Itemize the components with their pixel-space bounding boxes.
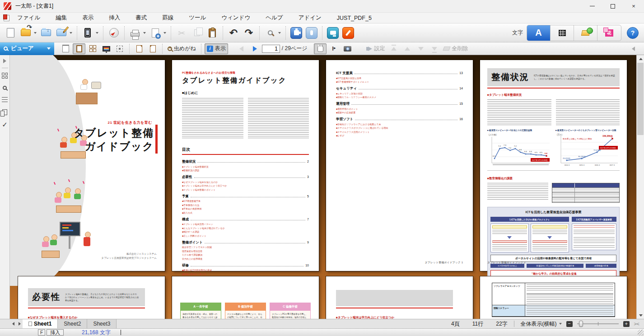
menu-tools[interactable]: ツール — [181, 13, 214, 23]
open-button[interactable] — [18, 25, 33, 41]
maximize-button[interactable] — [602, 0, 623, 12]
document-canvas[interactable]: 21 世紀を生きる力を育む タブレット整備 ガイドブック 株式会社ジャストシステ… — [10, 55, 644, 319]
addon-button[interactable] — [289, 25, 304, 41]
fit-view-button[interactable] — [113, 43, 126, 54]
marker-settings-button[interactable]: 設定 — [361, 43, 387, 54]
jump-first-button[interactable] — [387, 43, 400, 54]
jump-up-button[interactable] — [401, 43, 414, 54]
svg-text:6.6: 6.6 — [524, 150, 527, 153]
search-panel-icon[interactable] — [3, 86, 7, 90]
voice-input-button[interactable] — [304, 25, 319, 41]
next-page-button[interactable] — [249, 43, 261, 54]
save-as-dropdown-arrow[interactable] — [70, 32, 72, 34]
outline-panel-icon[interactable] — [2, 97, 8, 102]
insert-mode-button[interactable]: 挿入 — [47, 329, 64, 336]
delete-all-markers-button[interactable]: 全削除 — [442, 43, 470, 54]
shape-mode-button[interactable] — [574, 25, 597, 41]
sheet-tab-2[interactable]: Sheet2 — [58, 319, 87, 329]
minimize-button[interactable] — [582, 0, 602, 12]
help-button[interactable]: ? — [627, 27, 639, 39]
menu-just-pdf5[interactable]: JUST_PDF_5 — [329, 13, 379, 23]
menu-window[interactable]: ウィンドウ — [214, 13, 258, 23]
jump-down-button[interactable] — [415, 43, 427, 54]
zoom-mode-dropdown-arrow[interactable] — [559, 323, 562, 325]
zoom-in-button[interactable]: ＋ — [623, 321, 630, 327]
document-system-icon[interactable] — [4, 15, 9, 21]
text-view-button[interactable] — [59, 43, 72, 54]
resize-grip[interactable] — [638, 330, 644, 336]
previous-page-button[interactable] — [235, 43, 248, 54]
cut-button[interactable]: ✂ — [174, 25, 189, 41]
hana-moji-button[interactable]: 花 — [597, 25, 621, 41]
multi-page-view-button[interactable] — [86, 43, 99, 54]
document-char-count: 21,168 文字 — [82, 329, 111, 336]
search-button[interactable] — [262, 25, 278, 41]
pages-panel-icon[interactable] — [2, 109, 7, 115]
display-info-button[interactable]: i表示 — [205, 43, 228, 54]
tab-scroll-right-button[interactable] — [16, 319, 23, 328]
comment-tool-button[interactable] — [325, 25, 341, 41]
title-bar: 一太郎 - [文書1] × — [0, 0, 644, 13]
close-button[interactable]: × — [623, 0, 644, 12]
print-settings-dropdown-arrow[interactable] — [163, 32, 166, 34]
new-document-button[interactable] — [3, 25, 18, 41]
zoom-mode-selector[interactable]: 全体表示(横幅) — [514, 320, 559, 328]
collapse-toolbar-button[interactable] — [632, 47, 635, 51]
select-tool-button[interactable]: I — [327, 43, 340, 54]
navigation-button[interactable] — [106, 25, 121, 41]
menu-border[interactable]: 罫線 — [154, 13, 181, 23]
scroll-up-button[interactable] — [637, 55, 644, 62]
hand-tool-button[interactable] — [314, 43, 327, 54]
menu-file[interactable]: ファイル — [9, 13, 48, 23]
copy-button[interactable] — [189, 25, 205, 41]
save-button[interactable] — [38, 25, 54, 41]
zoom-slider[interactable] — [577, 323, 619, 324]
menu-addin[interactable]: アドイン — [291, 13, 329, 23]
sheet-tab-3[interactable]: Sheet3 — [87, 319, 117, 329]
settings-label: 設定 — [374, 45, 385, 52]
vertical-scrollbar-thumb[interactable] — [637, 63, 644, 135]
thumbnail-panel-icon[interactable] — [2, 73, 8, 79]
redo-button[interactable]: ↷ — [241, 25, 257, 41]
search-dropdown-arrow[interactable] — [278, 32, 281, 34]
undo-button[interactable]: ↶ — [226, 25, 241, 41]
menu-format[interactable]: 書式 — [128, 13, 154, 23]
snapshot-button[interactable] — [341, 43, 354, 54]
menu-edit[interactable]: 編集 — [48, 13, 75, 23]
loupe-tool-button[interactable]: 虫めがね — [166, 43, 198, 54]
presentation-view-button[interactable] — [100, 43, 112, 54]
page-fold-left-button[interactable] — [133, 43, 145, 54]
table-mode-button[interactable] — [551, 25, 574, 41]
viewer-mode-button[interactable]: ビューア — [0, 42, 54, 55]
sheet-tab-1[interactable]: Sheet1 — [23, 319, 58, 329]
cover-illustration-4 — [42, 222, 100, 258]
menu-insert[interactable]: 挿入 — [101, 13, 128, 23]
highlighter-tool-button[interactable] — [341, 25, 356, 41]
open-dropdown-arrow[interactable] — [34, 32, 37, 34]
tablet-view-dropdown-arrow[interactable] — [96, 32, 98, 34]
vertical-scrollbar[interactable] — [636, 55, 644, 319]
font-status-button[interactable]: F — [38, 329, 45, 336]
check-panel-icon[interactable]: ✓ — [2, 122, 8, 127]
menu-view[interactable]: 表示 — [75, 13, 101, 23]
tablet-view-button[interactable] — [80, 25, 95, 41]
save-as-button[interactable] — [54, 25, 69, 41]
jump-last-button[interactable] — [428, 43, 441, 54]
print-button[interactable] — [127, 25, 143, 41]
single-page-view-button[interactable] — [73, 43, 85, 54]
viewer-mode-dropdown-arrow — [47, 47, 51, 50]
svg-text:36,285台: 36,285台 — [578, 155, 586, 158]
text-mode-button[interactable]: A — [527, 25, 551, 41]
scroll-down-button[interactable] — [637, 312, 644, 319]
print-dropdown-arrow[interactable] — [143, 32, 146, 34]
zoom-out-button[interactable]: − — [566, 321, 573, 327]
menu-help[interactable]: ヘルプ — [258, 13, 290, 23]
sidebar-expand-button[interactable] — [3, 59, 6, 63]
tab-scroll-left-button[interactable] — [10, 319, 16, 328]
page-number-input[interactable] — [262, 45, 280, 53]
page-fold-right-button[interactable] — [146, 43, 159, 54]
zoom-slider-thumb[interactable] — [579, 321, 583, 327]
print-settings-button[interactable] — [148, 25, 163, 41]
hscroll-right-button[interactable]: > — [630, 321, 641, 327]
paste-button[interactable] — [205, 25, 220, 41]
